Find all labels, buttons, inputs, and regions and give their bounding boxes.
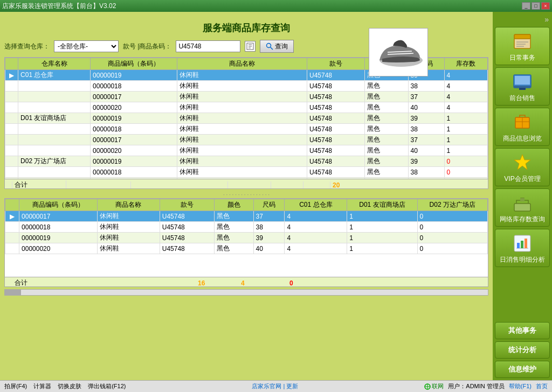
sidebar-other-btn[interactable]: 其他事务 — [495, 322, 550, 339]
svg-line-8 — [271, 47, 273, 50]
screenshot-btn[interactable]: 拍屏(F4) — [4, 382, 27, 390]
cell-c01: 4 — [285, 222, 347, 233]
status-center: 店家乐官网 | 更新 — [252, 382, 298, 390]
sidebar-item-sales[interactable]: 前台销售 — [495, 67, 550, 106]
col-lower-d02: D02 万达广场店 — [417, 199, 487, 211]
cell-stock: 4 — [444, 102, 487, 113]
cell-d01: 1 — [347, 222, 417, 233]
user-info: 用户：ADMIN 管理员 — [448, 382, 505, 390]
cell-name: 休闲鞋 — [177, 92, 307, 102]
warehouse-label: 选择查询仓库： — [4, 42, 50, 51]
status-bar-left: 拍屏(F4) 计算器 切换皮肤 弹出钱箱(F12) — [4, 382, 126, 390]
home-btn[interactable]: 首页 — [536, 382, 548, 390]
table-row[interactable]: 00000017 休闲鞋 U45748 黑色 37 4 — [5, 92, 488, 102]
cell-code: 00000017 — [91, 135, 177, 145]
svg-rect-23 — [520, 198, 525, 201]
table-row[interactable]: 00000018 休闲鞋 U45748 黑色 38 4 — [5, 81, 488, 92]
cell-name: 休闲鞋 — [177, 156, 307, 167]
svg-rect-16 — [514, 86, 531, 88]
cell-size: 39 — [408, 156, 444, 167]
sidebar-item-daily[interactable]: 日常事务 — [495, 27, 550, 65]
code-browse-btn[interactable] — [245, 41, 256, 52]
sales-icon — [512, 71, 533, 93]
row-indicator — [5, 156, 18, 167]
calculator-btn[interactable]: 计算器 — [33, 382, 51, 390]
cell-name: 休闲鞋 — [97, 243, 160, 254]
cell-stock: 1 — [444, 145, 487, 156]
svg-point-7 — [267, 44, 271, 48]
col-lower-name: 商品名称 — [97, 199, 160, 211]
scroll-handle[interactable] — [5, 290, 21, 295]
table-row[interactable]: 00000018 休闲鞋 U45748 黑色 38 4 1 0 — [5, 222, 488, 233]
sidebar-item-vip[interactable]: VIP会员管理 — [495, 148, 550, 186]
lower-table: 商品编码（条码） 商品名称 款号 颜色 尺码 C01 总仓库 D01 友谊商场店… — [5, 199, 488, 254]
table-row[interactable]: ▶ 00000017 休闲鞋 U45748 黑色 37 4 1 0 — [5, 211, 488, 222]
col-lower-d01: D01 友谊商场店 — [347, 199, 417, 211]
cell-stock: 1 — [444, 113, 487, 124]
table-row[interactable]: 00000020 休闲鞋 U45748 黑色 40 4 1 0 — [5, 243, 488, 254]
help-btn[interactable]: 帮助(F1) — [509, 382, 532, 390]
vip-icon — [512, 152, 533, 173]
skin-btn[interactable]: 切换皮肤 — [58, 382, 81, 390]
sidebar-item-network[interactable]: 网络库存数查询 — [495, 188, 550, 227]
svg-rect-10 — [514, 34, 530, 39]
sidebar-analysis-label: 日消售明细分析 — [500, 255, 545, 264]
cell-stock: 0 — [444, 167, 487, 178]
table-row[interactable]: D02 万达广场店 00000019 休闲鞋 U45748 黑色 39 0 — [5, 156, 488, 167]
table-row[interactable]: 00000017 休闲鞋 U45748 黑色 37 1 — [5, 135, 488, 145]
minimize-btn[interactable]: _ — [522, 2, 530, 10]
maximize-btn[interactable]: □ — [532, 2, 540, 10]
cell-sku: U45748 — [307, 70, 365, 81]
col-lower-size: 尺码 — [253, 199, 285, 211]
row-indicator — [5, 167, 18, 178]
cell-name: 休闲鞋 — [97, 222, 160, 233]
table-row[interactable]: 00000018 休闲鞋 U45748 黑色 38 0 — [5, 167, 488, 178]
sidebar-info-btn[interactable]: 信息维护 — [495, 361, 550, 378]
lower-total-d02: 0 — [287, 279, 336, 287]
table-row[interactable]: D01 友谊商场店 00000019 休闲鞋 U45748 黑色 39 1 — [5, 113, 488, 124]
cell-warehouse — [18, 167, 91, 178]
cell-color: 黑色 — [365, 167, 408, 178]
upper-total-label: 合计 — [12, 180, 66, 189]
cell-color: 黑色 — [365, 113, 408, 124]
cashbox-btn[interactable]: 弹出钱箱(F12) — [88, 382, 126, 390]
cell-color: 黑色 — [365, 124, 408, 135]
col-lower-code: 商品编码（条码） — [19, 199, 98, 211]
row-indicator — [5, 243, 19, 254]
analysis-icon — [512, 233, 533, 254]
cell-name: 休闲鞋 — [177, 70, 307, 81]
sidebar-stats-btn[interactable]: 统计分析 — [495, 341, 550, 359]
table-row[interactable]: 00000018 休闲鞋 U45748 黑色 38 1 — [5, 124, 488, 135]
sidebar-expand-btn[interactable]: » — [495, 14, 550, 25]
cell-color: 黑色 — [365, 92, 408, 102]
table-row[interactable]: 00000020 休闲鞋 U45748 黑色 40 4 — [5, 102, 488, 113]
sidebar-item-goods[interactable]: 商品信息浏览 — [495, 108, 550, 146]
query-button[interactable]: 查询 — [260, 40, 294, 53]
close-btn[interactable]: × — [541, 2, 550, 10]
cell-stock: 1 — [444, 135, 487, 145]
lower-table-container: 商品编码（条码） 商品名称 款号 颜色 尺码 C01 总仓库 D01 友谊商场店… — [4, 198, 488, 287]
cell-warehouse — [18, 145, 91, 156]
cell-size: 40 — [408, 145, 444, 156]
cell-d02: 0 — [417, 211, 487, 222]
svg-rect-28 — [525, 239, 527, 248]
col-indicator — [5, 58, 18, 70]
cell-name: 休闲鞋 — [177, 124, 307, 135]
cell-c01: 4 — [285, 211, 347, 222]
sidebar-item-analysis[interactable]: 日消售明细分析 — [495, 229, 550, 267]
table-row[interactable]: 00000020 休闲鞋 U45748 黑色 40 1 — [5, 145, 488, 156]
sidebar-goods-label: 商品信息浏览 — [503, 134, 542, 143]
cell-code: 00000019 — [19, 233, 98, 243]
main-layout: 服务端商品库存查询 选择查询仓库： -全部仓库- C01 总仓库 D01 友谊商… — [0, 12, 552, 380]
svg-rect-27 — [521, 241, 523, 248]
upper-table-container: 仓库名称 商品编码（条码） 商品名称 款号 颜色 尺码 库存数 ▶ C01 总仓… — [4, 57, 488, 189]
code-input[interactable] — [176, 40, 240, 52]
warehouse-select[interactable]: -全部仓库- C01 总仓库 D01 友谊商场店 D02 万达广场店 — [54, 40, 119, 52]
svg-rect-22 — [514, 204, 530, 211]
cell-color: 黑色 — [365, 81, 408, 92]
cell-sku: U45748 — [307, 156, 365, 167]
cell-warehouse: C01 总仓库 — [18, 70, 91, 81]
cell-sku: U45748 — [307, 102, 365, 113]
website-link[interactable]: 店家乐官网 | 更新 — [252, 383, 298, 389]
table-row[interactable]: 00000019 休闲鞋 U45748 黑色 39 4 1 0 — [5, 233, 488, 243]
